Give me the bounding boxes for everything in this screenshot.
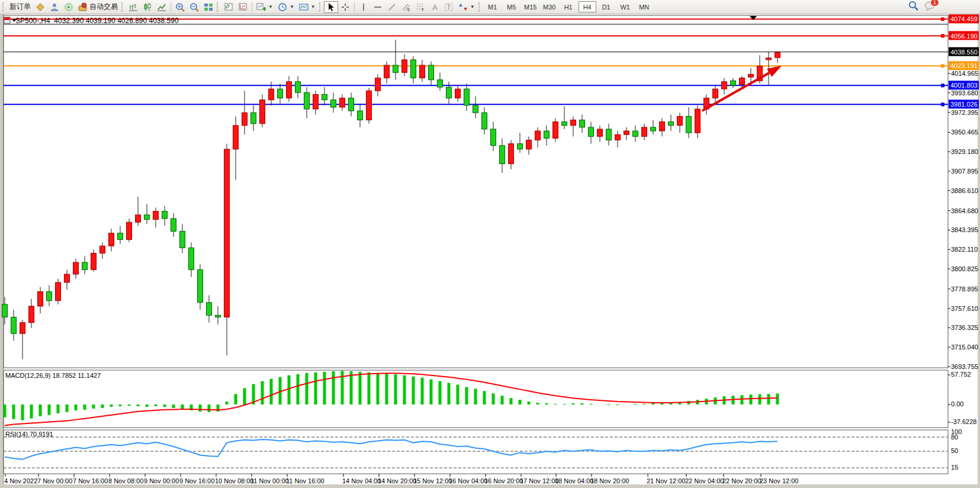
candle-body (544, 131, 550, 138)
auto-trading-button[interactable]: 自动交易 (76, 1, 120, 13)
timeframe-W1[interactable]: W1 (616, 1, 634, 12)
zoom-in-button[interactable] (173, 1, 187, 13)
timeframe-H4[interactable]: H4 (579, 1, 596, 12)
svg-text:7 Nov 16:00: 7 Nov 16:00 (73, 477, 108, 484)
candle-body (597, 129, 603, 136)
bar-chart-button[interactable] (126, 1, 140, 13)
template-icon (299, 2, 309, 12)
notifications-button[interactable]: 1 (924, 1, 935, 13)
candle-body (340, 98, 345, 107)
svg-text:3864.680: 3864.680 (951, 207, 978, 214)
candle-body (136, 215, 141, 222)
toolbar-grip[interactable] (319, 2, 322, 12)
zoom-out-button[interactable] (187, 1, 201, 13)
candle-body (411, 60, 416, 78)
svg-text:22 Nov 04:00: 22 Nov 04:00 (685, 477, 724, 484)
candle-body (224, 149, 230, 317)
svg-text:16 Nov 20:00: 16 Nov 20:00 (484, 477, 523, 484)
candle-body (731, 81, 736, 85)
add-indicator-button[interactable]: ▼ (254, 1, 275, 13)
chart-canvas[interactable]: 4014.9653993.6803972.3953950.4653929.180… (0, 14, 980, 488)
toolbar-grip[interactable] (478, 2, 481, 12)
line-handle[interactable] (941, 64, 944, 68)
svg-text:23 Nov 12:00: 23 Nov 12:00 (760, 477, 798, 484)
crosshair-tool-button[interactable] (338, 1, 352, 13)
candle-body (775, 52, 780, 58)
macd-indicator-label: MACD(12,26,9) 18.7852 11.1427 (5, 372, 101, 379)
equidistant-channel-tool-button[interactable]: E (399, 1, 413, 13)
svg-text:9 Nov 16:00: 9 Nov 16:00 (179, 477, 214, 484)
timeframe-D1[interactable]: D1 (597, 1, 615, 12)
candle-body (358, 111, 363, 120)
trendline-tool-button[interactable] (385, 1, 399, 13)
notification-badge: 1 (930, 0, 939, 7)
arrange-charts-button[interactable] (221, 1, 236, 13)
candle-body (47, 291, 52, 300)
timeframe-H1[interactable]: H1 (560, 1, 577, 12)
candle-body (562, 122, 567, 126)
text-a-icon: A (430, 2, 439, 12)
svg-text:3886.610: 3886.610 (951, 187, 978, 194)
ticket-button[interactable] (33, 1, 47, 13)
tile-windows-button[interactable] (201, 1, 216, 13)
bar-chart-icon (128, 2, 138, 12)
horizontal-line-tool-button[interactable] (371, 1, 385, 13)
label-tool-button[interactable]: T (442, 1, 456, 13)
arrow-shapes-icon (458, 2, 468, 12)
line-handle[interactable] (941, 17, 944, 21)
candle-body (322, 94, 327, 99)
vertical-line-icon (359, 2, 368, 12)
search-button[interactable] (908, 1, 918, 13)
timeframe-M30[interactable]: M30 (541, 1, 558, 12)
timeframe-MN[interactable]: MN (635, 1, 653, 12)
candle-body (589, 127, 594, 136)
candle-body (491, 129, 496, 146)
candle-body (198, 269, 203, 302)
candle-body (127, 222, 132, 239)
periods-clock-button[interactable]: ▼ (275, 1, 297, 13)
candle-body (740, 78, 745, 85)
profile-button[interactable] (47, 1, 62, 13)
svg-text:16 Nov 04:00: 16 Nov 04:00 (449, 477, 487, 484)
candle-body (189, 248, 194, 269)
toolbar-grip[interactable] (121, 2, 124, 12)
toolbar-grip[interactable] (2, 2, 5, 12)
timeframe-M5[interactable]: M5 (503, 1, 520, 12)
svg-text:3907.895: 3907.895 (951, 168, 978, 175)
text-tool-button[interactable]: A (428, 1, 442, 13)
candle-body (38, 291, 43, 306)
text-label-icon: T (444, 2, 454, 12)
line-chart-button[interactable] (155, 1, 169, 13)
candle-body (429, 65, 434, 80)
toolbar-separator (354, 2, 355, 12)
candle-body (207, 303, 212, 316)
svg-text:14 Nov 20:00: 14 Nov 20:00 (378, 477, 416, 484)
candle-body (73, 262, 79, 274)
signal-button[interactable] (62, 1, 76, 13)
new-order-button[interactable]: 新订单 (7, 1, 33, 13)
ticket-icon (36, 2, 45, 12)
svg-text:15: 15 (951, 464, 958, 471)
svg-text:14 Nov 04:00: 14 Nov 04:00 (342, 477, 381, 484)
line-handle[interactable] (941, 102, 944, 106)
candle-body (669, 122, 674, 126)
timeframe-M15[interactable]: M15 (522, 1, 539, 12)
chevron-down-icon: ▼ (290, 4, 294, 9)
candlestick-chart-button[interactable] (140, 1, 155, 13)
timeframe-M1[interactable]: M1 (484, 1, 502, 12)
candle-body (287, 82, 292, 98)
line-handle[interactable] (941, 34, 944, 38)
fibonacci-tool-button[interactable]: F (413, 1, 428, 13)
line-handle[interactable] (941, 84, 944, 87)
cursor-tool-button[interactable] (324, 1, 338, 13)
auto-arrange-button[interactable] (236, 1, 250, 13)
vertical-line-tool-button[interactable] (356, 1, 371, 13)
toolbar-grip[interactable] (217, 2, 219, 12)
chevron-down-icon: ▼ (311, 4, 316, 9)
template-button[interactable]: ▼ (297, 1, 318, 13)
candle-body (677, 116, 683, 125)
arrows-tool-button[interactable]: ▼ (456, 1, 477, 13)
svg-text:3981.026: 3981.026 (950, 101, 978, 108)
candle-body (349, 98, 354, 111)
arrange-charts-icon (224, 2, 233, 12)
